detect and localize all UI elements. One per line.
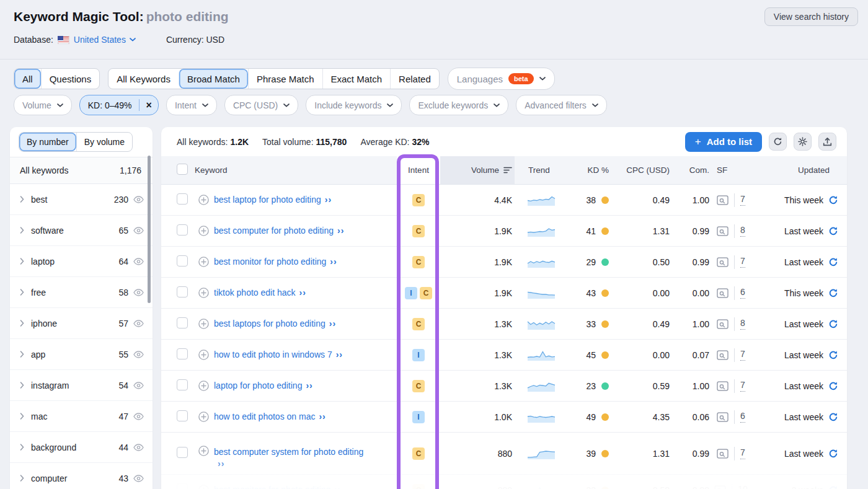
sf-count[interactable]: 7 (740, 447, 745, 459)
filter-include-keywords[interactable]: Include keywords (306, 95, 402, 115)
sidebar-all-keywords[interactable]: All keywords 1,176 (10, 157, 153, 184)
table-row[interactable]: how to edit photos on mac››I1.0K494.350.… (161, 402, 847, 433)
eye-icon[interactable] (133, 475, 144, 482)
table-row[interactable]: best computer for photo editing››C1.9K41… (161, 216, 847, 247)
toggle-by-number[interactable]: By number (19, 133, 76, 151)
refresh-icon[interactable] (828, 195, 838, 205)
sf-count[interactable]: 8 (740, 318, 745, 330)
sidebar-item-laptop[interactable]: laptop64 (10, 246, 153, 277)
expand-keyword-icon[interactable]: ›› (319, 412, 326, 421)
eye-icon[interactable] (133, 444, 144, 451)
sort-desc-icon[interactable] (503, 167, 512, 174)
sf-count[interactable]: 10 (738, 484, 748, 489)
serp-features-icon[interactable] (717, 257, 728, 267)
filter-exclude-keywords[interactable]: Exclude keywords (409, 95, 508, 115)
add-keyword-icon[interactable] (198, 226, 209, 236)
sf-count[interactable]: 6 (740, 287, 745, 299)
keyword-link[interactable]: best monitor for photo editing (214, 257, 326, 267)
eye-icon[interactable] (133, 227, 144, 234)
table-row[interactable]: how to edit photo in windows 7››I1.3K450… (161, 340, 847, 371)
sidebar-item-best[interactable]: best230 (10, 184, 153, 215)
serp-features-icon[interactable] (717, 350, 728, 360)
tab-phrase-match[interactable]: Phrase Match (248, 69, 322, 89)
tab-related[interactable]: Related (390, 69, 439, 89)
sidebar-item-app[interactable]: app55 (10, 339, 153, 370)
refresh-icon[interactable] (828, 381, 838, 391)
keyword-link[interactable]: tiktok photo edit hack (214, 288, 296, 297)
column-volume[interactable]: Volume (440, 156, 515, 184)
refresh-icon[interactable] (828, 319, 838, 329)
close-icon[interactable]: × (146, 100, 152, 110)
keyword-link[interactable]: how to edit photos on mac (214, 412, 315, 421)
refresh-icon[interactable] (828, 288, 838, 298)
sf-count[interactable]: 8 (740, 225, 745, 237)
eye-icon[interactable] (133, 351, 144, 358)
eye-icon[interactable] (133, 258, 144, 265)
tab-broad-match[interactable]: Broad Match (179, 69, 248, 89)
serp-features-icon[interactable] (717, 226, 728, 236)
tab-all-keywords[interactable]: All Keywords (108, 69, 179, 89)
expand-keyword-icon[interactable]: ›› (325, 195, 332, 205)
column-updated[interactable]: Updated (753, 165, 847, 175)
filter-advanced-filters[interactable]: Advanced filters (516, 95, 607, 115)
tab-questions[interactable]: Questions (41, 69, 100, 89)
refresh-icon[interactable] (828, 449, 838, 459)
table-row[interactable]: laptop for photo editing››C1.3K230.591.0… (161, 371, 847, 402)
add-keyword-icon[interactable] (198, 412, 209, 422)
keyword-link[interactable]: best computer for photo editing (214, 226, 334, 236)
expand-keyword-icon[interactable]: ›› (299, 288, 306, 297)
refresh-icon[interactable] (828, 412, 838, 422)
column-com[interactable]: Com. (670, 165, 709, 175)
eye-icon[interactable] (133, 289, 144, 296)
sidebar-item-mac[interactable]: mac47 (10, 401, 153, 432)
sidebar-item-free[interactable]: free58 (10, 277, 153, 308)
keyword-link[interactable]: best laptops for photo editing (214, 319, 326, 328)
filter-kd-0-49[interactable]: KD: 0–49%× (79, 95, 159, 115)
column-kd[interactable]: KD % (557, 165, 613, 175)
refresh-icon[interactable] (828, 350, 838, 360)
expand-keyword-icon[interactable]: ›› (330, 257, 337, 267)
sf-count[interactable]: 7 (740, 256, 745, 268)
sidebar-item-software[interactable]: software65 (10, 215, 153, 246)
keyword-link[interactable]: best laptop for photo editing (214, 195, 321, 205)
tab-all[interactable]: All (14, 69, 41, 89)
table-row[interactable]: best monitors for photo editing››C880330… (161, 475, 847, 489)
filter-cpc-usd[interactable]: CPC (USD) (224, 95, 298, 115)
view-search-history-button[interactable]: View search history (764, 7, 858, 26)
sidebar-item-instagram[interactable]: instagram54 (10, 370, 153, 401)
expand-keyword-icon[interactable]: ›› (336, 350, 343, 359)
serp-features-icon[interactable] (714, 485, 726, 489)
eye-icon[interactable] (133, 320, 144, 327)
refresh-table-button[interactable] (769, 133, 787, 151)
sf-count[interactable]: 7 (740, 194, 745, 206)
add-keyword-icon[interactable] (198, 446, 209, 456)
add-keyword-icon[interactable] (198, 288, 209, 298)
sf-count[interactable]: 7 (740, 349, 745, 361)
serp-features-icon[interactable] (717, 449, 728, 459)
keyword-link[interactable]: how to edit photo in windows 7 (214, 350, 332, 359)
keyword-link[interactable]: laptop for photo editing (214, 381, 302, 390)
table-row[interactable]: best laptop for photo editing››C4.4K380.… (161, 185, 847, 216)
table-row[interactable]: best computer system for photo editing››… (161, 433, 847, 475)
eye-icon[interactable] (133, 382, 144, 389)
expand-keyword-icon[interactable]: ›› (329, 319, 336, 328)
column-sf[interactable]: SF (709, 165, 753, 175)
eye-icon[interactable] (133, 196, 144, 203)
table-row[interactable]: tiktok photo edit hack››IC1.9K430.000.00… (161, 278, 847, 309)
sidebar-item-background[interactable]: background44 (10, 432, 153, 463)
sidebar-item-computer[interactable]: computer43 (10, 463, 153, 489)
add-keyword-icon[interactable] (198, 485, 209, 489)
tab-exact-match[interactable]: Exact Match (322, 69, 391, 89)
eye-icon[interactable] (133, 413, 144, 420)
table-row[interactable]: best monitor for photo editing››C1.9K290… (161, 247, 847, 278)
column-cpc[interactable]: CPC (USD) (613, 165, 670, 175)
serp-features-icon[interactable] (717, 195, 728, 205)
column-keyword[interactable]: Keyword (186, 165, 397, 175)
add-keyword-icon[interactable] (198, 195, 209, 205)
toggle-by-volume[interactable]: By volume (76, 133, 132, 151)
expand-keyword-icon[interactable]: ›› (337, 226, 344, 236)
languages-dropdown[interactable]: Languagesbeta (448, 68, 555, 90)
sf-count[interactable]: 6 (740, 411, 745, 423)
database-select[interactable]: United States (74, 35, 136, 45)
add-keyword-icon[interactable] (198, 381, 209, 391)
